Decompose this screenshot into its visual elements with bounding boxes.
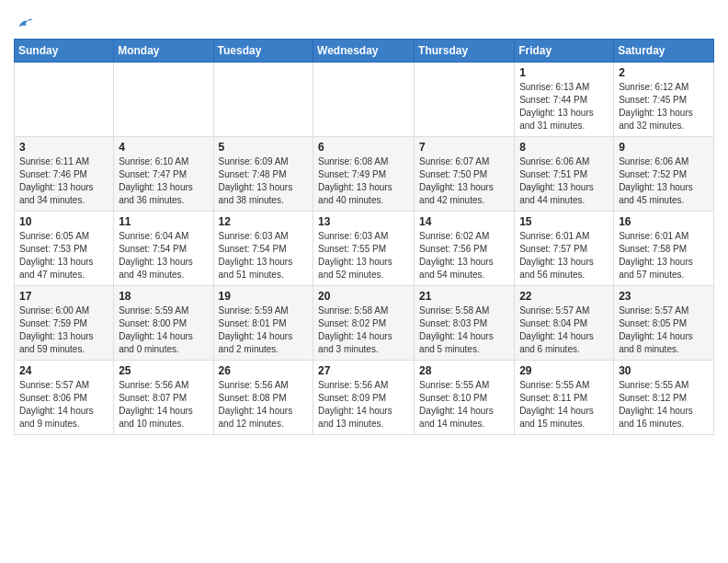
calendar-cell: 17Sunrise: 6:00 AM Sunset: 7:59 PM Dayli… <box>15 286 114 361</box>
day-number: 3 <box>19 141 108 154</box>
day-number: 8 <box>519 141 609 154</box>
calendar-week-row: 24Sunrise: 5:57 AM Sunset: 8:06 PM Dayli… <box>15 361 714 435</box>
calendar-week-row: 1Sunrise: 6:13 AM Sunset: 7:44 PM Daylig… <box>15 63 714 137</box>
day-number: 12 <box>219 215 309 228</box>
day-number: 24 <box>19 364 108 377</box>
weekday-header-monday: Monday <box>114 40 213 63</box>
weekday-header-saturday: Saturday <box>614 40 714 63</box>
day-info: Sunrise: 5:57 AM Sunset: 8:06 PM Dayligh… <box>19 379 108 431</box>
day-info: Sunrise: 6:03 AM Sunset: 7:55 PM Dayligh… <box>318 230 409 282</box>
calendar-cell: 23Sunrise: 5:57 AM Sunset: 8:05 PM Dayli… <box>614 286 714 361</box>
calendar-cell: 27Sunrise: 5:56 AM Sunset: 8:09 PM Dayli… <box>313 361 415 435</box>
day-number: 29 <box>519 364 609 377</box>
calendar-cell: 24Sunrise: 5:57 AM Sunset: 8:06 PM Dayli… <box>15 361 114 435</box>
day-number: 2 <box>619 66 709 79</box>
calendar-week-row: 17Sunrise: 6:00 AM Sunset: 7:59 PM Dayli… <box>15 286 714 361</box>
day-number: 19 <box>219 290 309 303</box>
day-info: Sunrise: 6:08 AM Sunset: 7:49 PM Dayligh… <box>318 155 409 207</box>
day-number: 5 <box>219 141 309 154</box>
calendar-cell: 28Sunrise: 5:55 AM Sunset: 8:10 PM Dayli… <box>415 361 515 435</box>
day-info: Sunrise: 5:59 AM Sunset: 8:00 PM Dayligh… <box>119 304 208 356</box>
day-number: 23 <box>619 290 709 303</box>
calendar-cell: 16Sunrise: 6:01 AM Sunset: 7:58 PM Dayli… <box>614 212 714 286</box>
calendar-cell: 11Sunrise: 6:04 AM Sunset: 7:54 PM Dayli… <box>114 212 213 286</box>
day-info: Sunrise: 6:13 AM Sunset: 7:44 PM Dayligh… <box>519 81 609 132</box>
day-info: Sunrise: 5:55 AM Sunset: 8:12 PM Dayligh… <box>619 379 709 431</box>
day-info: Sunrise: 6:06 AM Sunset: 7:51 PM Dayligh… <box>519 155 609 207</box>
day-info: Sunrise: 6:10 AM Sunset: 7:47 PM Dayligh… <box>119 155 208 207</box>
calendar-cell: 29Sunrise: 5:55 AM Sunset: 8:11 PM Dayli… <box>515 361 614 435</box>
calendar-cell <box>313 63 415 137</box>
weekday-header-friday: Friday <box>515 40 614 63</box>
day-number: 4 <box>119 141 208 154</box>
day-info: Sunrise: 5:58 AM Sunset: 8:03 PM Dayligh… <box>419 304 509 356</box>
day-info: Sunrise: 6:09 AM Sunset: 7:48 PM Dayligh… <box>219 155 309 207</box>
day-info: Sunrise: 6:00 AM Sunset: 7:59 PM Dayligh… <box>19 304 108 356</box>
day-number: 21 <box>419 290 509 303</box>
day-number: 13 <box>318 215 409 228</box>
calendar-cell: 15Sunrise: 6:01 AM Sunset: 7:57 PM Dayli… <box>515 212 614 286</box>
calendar-cell <box>213 63 313 137</box>
day-info: Sunrise: 5:58 AM Sunset: 8:02 PM Dayligh… <box>318 304 409 356</box>
calendar-cell: 12Sunrise: 6:03 AM Sunset: 7:54 PM Dayli… <box>213 212 313 286</box>
page-header <box>14 9 714 33</box>
day-number: 26 <box>219 364 309 377</box>
day-info: Sunrise: 6:11 AM Sunset: 7:46 PM Dayligh… <box>19 155 108 207</box>
calendar-cell <box>15 63 114 137</box>
weekday-header-wednesday: Wednesday <box>313 40 415 63</box>
calendar-cell: 22Sunrise: 5:57 AM Sunset: 8:04 PM Dayli… <box>515 286 614 361</box>
day-info: Sunrise: 5:55 AM Sunset: 8:11 PM Dayligh… <box>519 379 609 431</box>
calendar-cell: 9Sunrise: 6:06 AM Sunset: 7:52 PM Daylig… <box>614 137 714 212</box>
calendar-cell: 3Sunrise: 6:11 AM Sunset: 7:46 PM Daylig… <box>15 137 114 212</box>
day-number: 27 <box>318 364 409 377</box>
day-number: 9 <box>619 141 709 154</box>
day-info: Sunrise: 5:56 AM Sunset: 8:09 PM Dayligh… <box>318 379 409 431</box>
calendar-cell: 7Sunrise: 6:07 AM Sunset: 7:50 PM Daylig… <box>415 137 515 212</box>
weekday-header-tuesday: Tuesday <box>213 40 313 63</box>
day-number: 30 <box>619 364 709 377</box>
day-info: Sunrise: 5:57 AM Sunset: 8:05 PM Dayligh… <box>619 304 709 356</box>
day-number: 16 <box>619 215 709 228</box>
day-number: 15 <box>519 215 609 228</box>
day-info: Sunrise: 6:06 AM Sunset: 7:52 PM Dayligh… <box>619 155 709 207</box>
day-info: Sunrise: 6:01 AM Sunset: 7:58 PM Dayligh… <box>619 230 709 282</box>
day-info: Sunrise: 6:07 AM Sunset: 7:50 PM Dayligh… <box>419 155 509 207</box>
day-number: 14 <box>419 215 509 228</box>
calendar-cell: 25Sunrise: 5:56 AM Sunset: 8:07 PM Dayli… <box>114 361 213 435</box>
day-info: Sunrise: 5:55 AM Sunset: 8:10 PM Dayligh… <box>419 379 509 431</box>
calendar-cell: 26Sunrise: 5:56 AM Sunset: 8:08 PM Dayli… <box>213 361 313 435</box>
calendar-cell: 20Sunrise: 5:58 AM Sunset: 8:02 PM Dayli… <box>313 286 415 361</box>
day-info: Sunrise: 6:02 AM Sunset: 7:56 PM Dayligh… <box>419 230 509 282</box>
day-number: 7 <box>419 141 509 154</box>
calendar-cell: 14Sunrise: 6:02 AM Sunset: 7:56 PM Dayli… <box>415 212 515 286</box>
calendar-cell: 30Sunrise: 5:55 AM Sunset: 8:12 PM Dayli… <box>614 361 714 435</box>
calendar-cell: 5Sunrise: 6:09 AM Sunset: 7:48 PM Daylig… <box>213 137 313 212</box>
day-number: 22 <box>519 290 609 303</box>
day-number: 10 <box>19 215 108 228</box>
calendar-cell: 1Sunrise: 6:13 AM Sunset: 7:44 PM Daylig… <box>515 63 614 137</box>
day-info: Sunrise: 6:03 AM Sunset: 7:54 PM Dayligh… <box>219 230 309 282</box>
day-number: 6 <box>318 141 409 154</box>
day-number: 18 <box>119 290 208 303</box>
day-info: Sunrise: 5:57 AM Sunset: 8:04 PM Dayligh… <box>519 304 609 356</box>
calendar-cell: 19Sunrise: 5:59 AM Sunset: 8:01 PM Dayli… <box>213 286 313 361</box>
logo <box>14 15 34 33</box>
logo-bird-icon <box>16 15 34 33</box>
weekday-header-row: SundayMondayTuesdayWednesdayThursdayFrid… <box>15 40 714 63</box>
calendar-cell: 2Sunrise: 6:12 AM Sunset: 7:45 PM Daylig… <box>614 63 714 137</box>
calendar-cell: 10Sunrise: 6:05 AM Sunset: 7:53 PM Dayli… <box>15 212 114 286</box>
day-info: Sunrise: 5:56 AM Sunset: 8:07 PM Dayligh… <box>119 379 208 431</box>
day-number: 28 <box>419 364 509 377</box>
calendar-cell <box>415 63 515 137</box>
calendar-week-row: 3Sunrise: 6:11 AM Sunset: 7:46 PM Daylig… <box>15 137 714 212</box>
day-info: Sunrise: 6:01 AM Sunset: 7:57 PM Dayligh… <box>519 230 609 282</box>
day-info: Sunrise: 6:04 AM Sunset: 7:54 PM Dayligh… <box>119 230 208 282</box>
weekday-header-sunday: Sunday <box>15 40 114 63</box>
day-info: Sunrise: 6:12 AM Sunset: 7:45 PM Dayligh… <box>619 81 709 132</box>
day-number: 20 <box>318 290 409 303</box>
day-info: Sunrise: 5:59 AM Sunset: 8:01 PM Dayligh… <box>219 304 309 356</box>
day-info: Sunrise: 5:56 AM Sunset: 8:08 PM Dayligh… <box>219 379 309 431</box>
calendar-table: SundayMondayTuesdayWednesdayThursdayFrid… <box>14 39 714 435</box>
day-number: 17 <box>19 290 108 303</box>
calendar-cell: 18Sunrise: 5:59 AM Sunset: 8:00 PM Dayli… <box>114 286 213 361</box>
